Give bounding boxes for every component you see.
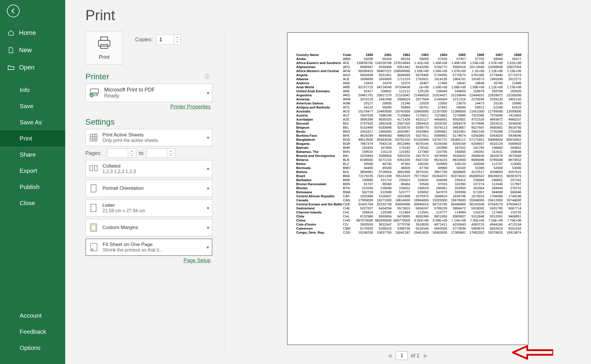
nav-label: Save [20,103,33,110]
copies-input[interactable] [156,35,174,44]
copies-down[interactable]: ▼ [174,40,181,44]
sheets-icon [89,133,98,142]
svg-point-5 [89,93,93,97]
page-icon [89,204,98,212]
paper-size-select[interactable]: Letter 21.59 cm x 27.94 cm ▾ [85,199,212,217]
printer-select[interactable]: Microsoft Print to PDF Ready ▾ [85,84,212,102]
collation-select[interactable]: Collated 1,2,3 1,2,3 1,2,3 ▾ [85,160,212,177]
pages-from-spinner[interactable]: ▲▼ [107,149,136,158]
down-icon[interactable]: ▼ [128,153,135,158]
file-icon [8,47,14,53]
chevron-down-icon: ▾ [207,225,209,230]
page-title: Print [85,7,591,24]
pages-from-input[interactable] [108,149,128,157]
nav-label: Print [20,135,32,142]
orientation-select[interactable]: Portrait Orientation ▾ [85,180,212,197]
backstage-sidebar: Home New Open Info Save Save As Print Sh… [0,0,65,364]
setting-title: Portrait Orientation [102,185,144,191]
preview-table: Country NameCode196019611962196319641965… [296,53,522,234]
copies-up[interactable]: ▲ [174,35,181,40]
pages-label: Pages: [85,150,104,156]
chevron-down-icon: ▾ [207,90,209,96]
nav-publish[interactable]: Publish [0,179,65,195]
printer-properties-link[interactable]: Printer Properties [170,104,211,110]
print-button[interactable]: Print [85,31,123,65]
chevron-down-icon: ▾ [207,186,209,191]
up-icon[interactable]: ▲ [128,149,135,153]
printer-icon [97,36,112,51]
portrait-icon [89,184,98,193]
setting-title: Print Active Sheets [102,132,158,138]
svg-rect-8 [94,166,97,171]
nav-options[interactable]: Options [0,340,65,356]
nav-share[interactable]: Share [0,147,65,163]
copies-label: Copies: [135,37,153,43]
down-icon[interactable]: ▼ [167,153,174,158]
nav-new[interactable]: New [0,42,65,59]
nav-feedback[interactable]: Feedback [0,324,65,340]
printer-ready-icon [89,87,100,99]
nav-label: Share [20,151,36,158]
up-icon[interactable]: ▲ [167,149,174,153]
printer-status: Ready [104,93,155,99]
setting-sub: Only print the active sheets [102,138,158,143]
nav-label: Publish [20,183,40,190]
chevron-down-icon: ▾ [207,166,209,172]
nav-label: Export [20,167,37,174]
nav-label: Close [20,200,35,207]
nav-print[interactable]: Print [0,130,65,147]
pages-to-input[interactable] [147,149,167,157]
pages-to-label: to [139,150,143,156]
page-number-input[interactable] [396,351,408,360]
setting-sub: Shrink the printout so that it... [103,247,163,253]
print-button-label: Print [99,54,109,60]
print-settings-column: Print Copies: ▲ ▼ Print [65,31,212,364]
setting-title: Custom Margins [102,225,138,230]
svg-rect-7 [90,166,93,171]
nav-account[interactable]: Account [0,307,65,324]
folder-open-icon [8,65,14,70]
margins-select[interactable]: Custom Margins ▾ [85,219,212,236]
setting-title: Letter [102,202,145,208]
setting-sub: 21.59 cm x 27.94 cm [102,208,145,213]
nav-export[interactable]: Export [0,163,65,179]
prev-page-button[interactable]: ◀ [386,351,393,360]
nav-close[interactable]: Close [0,195,65,211]
nav-open[interactable]: Open [0,59,65,76]
fit-page-icon [89,243,99,252]
svg-rect-0 [101,37,108,40]
nav-label: Feedback [20,328,46,335]
setting-sub: 1,2,3 1,2,3 1,2,3 [102,169,136,174]
chevron-down-icon: ▾ [207,245,209,250]
svg-rect-13 [91,243,97,251]
preview-page: Country NameCode196019611962196319641965… [287,32,528,345]
nav-label: Home [19,29,36,37]
info-icon[interactable]: ⓘ [205,74,210,80]
scaling-select[interactable]: Fit Sheet on One Page Shrink the printou… [85,239,212,256]
nav-save[interactable]: Save [0,98,65,114]
print-what-select[interactable]: Print Active Sheets Only print the activ… [85,129,212,146]
pages-to-spinner[interactable]: ▲▼ [146,149,175,158]
nav-label: Save As [20,119,42,126]
svg-rect-1 [98,40,110,46]
back-button[interactable] [7,5,20,17]
setting-title: Collated [102,163,136,169]
divider [224,31,224,355]
printer-heading: Printer ⓘ [85,72,212,81]
page-count-label: of 1 [411,353,419,359]
printer-name: Microsoft Print to PDF [104,87,155,93]
next-page-button[interactable]: ▶ [422,351,429,360]
copies-spinner[interactable]: ▲ ▼ [156,35,181,44]
svg-rect-6 [90,134,97,141]
nav-info[interactable]: Info [0,82,65,98]
page-setup-link[interactable]: Page Setup [184,258,211,264]
chevron-down-icon: ▾ [207,135,209,140]
nav-saveas[interactable]: Save As [0,114,65,130]
svg-rect-9 [91,185,96,192]
nav-label: New [19,46,32,54]
nav-label: Info [20,87,30,93]
svg-rect-12 [91,225,96,230]
nav-home[interactable]: Home [0,24,65,42]
margins-icon [89,223,98,232]
home-icon [8,30,14,36]
